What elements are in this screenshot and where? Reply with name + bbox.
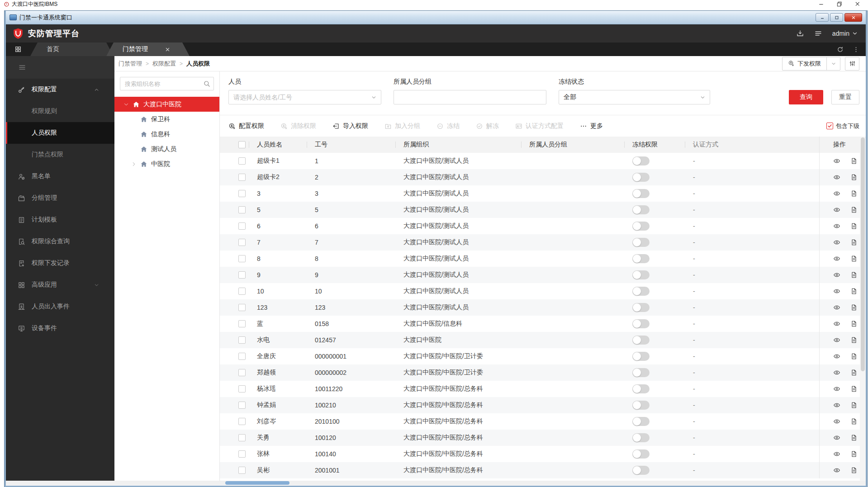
tab-home[interactable]: 首页 xyxy=(30,43,114,56)
document-record-icon[interactable] xyxy=(850,402,858,409)
scrollbar-thumb[interactable] xyxy=(861,137,865,371)
tree-node-1[interactable]: 保卫科 xyxy=(114,112,219,127)
freeze-toggle-off[interactable] xyxy=(632,384,650,393)
search-button[interactable]: 查询 xyxy=(789,90,823,104)
sidebar-item-person-access-events[interactable]: 人员出入事件 xyxy=(6,296,114,317)
refresh-icon[interactable] xyxy=(837,46,844,53)
row-checkbox[interactable] xyxy=(238,288,246,295)
sidebar-item-person-permission[interactable]: 人员权限 xyxy=(6,122,114,144)
freeze-status-select[interactable]: 全部 xyxy=(559,90,710,104)
freeze-toggle-off[interactable] xyxy=(632,287,650,296)
row-checkbox[interactable] xyxy=(238,385,246,392)
row-checkbox[interactable] xyxy=(238,271,246,279)
row-checkbox[interactable] xyxy=(238,402,246,409)
document-record-icon[interactable] xyxy=(850,222,858,230)
view-details-icon[interactable] xyxy=(833,304,840,311)
freeze-toggle-off[interactable] xyxy=(632,205,650,214)
document-record-icon[interactable] xyxy=(850,157,858,165)
row-checkbox[interactable] xyxy=(238,369,246,376)
view-details-icon[interactable] xyxy=(833,434,840,441)
user-menu[interactable]: admin xyxy=(832,30,858,37)
freeze-toggle-off[interactable] xyxy=(632,254,650,263)
freeze-toggle-off[interactable] xyxy=(632,222,650,231)
group-filter-input[interactable] xyxy=(398,94,541,101)
view-details-icon[interactable] xyxy=(833,320,840,327)
document-record-icon[interactable] xyxy=(850,385,858,392)
tab-access-control[interactable]: 门禁管理 xyxy=(106,43,190,56)
row-checkbox[interactable] xyxy=(238,418,246,425)
org-search-input[interactable] xyxy=(120,77,214,90)
view-details-icon[interactable] xyxy=(833,174,840,181)
sidebar-collapse-button[interactable] xyxy=(6,56,114,79)
freeze-toggle-off[interactable] xyxy=(632,303,650,312)
row-checkbox[interactable] xyxy=(238,255,246,262)
sidebar-item-permission-query[interactable]: 权限综合查询 xyxy=(6,231,114,252)
row-checkbox[interactable] xyxy=(238,336,246,344)
document-record-icon[interactable] xyxy=(850,418,858,425)
person-select[interactable] xyxy=(228,90,381,104)
toolbar-button-more[interactable]: 更多 xyxy=(580,122,603,130)
row-checkbox[interactable] xyxy=(238,239,246,246)
tree-node-0[interactable]: 大渡口中医院 xyxy=(114,97,219,112)
sidebar-item-door-permission[interactable]: 门禁点权限 xyxy=(6,144,114,165)
freeze-toggle-off[interactable] xyxy=(632,449,650,459)
document-record-icon[interactable] xyxy=(850,288,858,295)
sidebar-item-device-events[interactable]: 设备事件 xyxy=(6,317,114,339)
os-minimize-button[interactable] xyxy=(818,1,825,7)
sidebar-item-permission-config[interactable]: 权限配置 xyxy=(6,79,114,100)
breadcrumb-item[interactable]: 权限配置 xyxy=(152,60,176,68)
view-details-icon[interactable] xyxy=(833,239,840,246)
freeze-toggle-off[interactable] xyxy=(632,238,650,247)
view-details-icon[interactable] xyxy=(833,336,840,344)
window-maximize-button[interactable] xyxy=(830,13,843,22)
row-checkbox[interactable] xyxy=(238,434,246,441)
sidebar-item-permission-rules[interactable]: 权限规则 xyxy=(6,100,114,122)
freeze-toggle-off[interactable] xyxy=(632,336,650,345)
view-details-icon[interactable] xyxy=(833,271,840,279)
view-details-icon[interactable] xyxy=(833,288,840,295)
window-close-button[interactable] xyxy=(844,13,862,22)
scrollbar-thumb[interactable] xyxy=(225,481,290,485)
view-details-icon[interactable] xyxy=(833,353,840,360)
document-record-icon[interactable] xyxy=(850,467,858,474)
row-checkbox[interactable] xyxy=(238,174,246,181)
kebab-menu-icon[interactable] xyxy=(853,46,859,53)
tree-node-4[interactable]: 中医院 xyxy=(114,156,219,171)
app-grid-icon[interactable] xyxy=(6,43,30,56)
view-details-icon[interactable] xyxy=(833,255,840,262)
toolbar-button-config-permission[interactable]: 配置权限 xyxy=(228,122,264,130)
sidebar-item-permission-dispatch-record[interactable]: 权限下发记录 xyxy=(6,252,114,274)
sidebar-item-blacklist[interactable]: 黑名单 xyxy=(6,165,114,187)
row-checkbox[interactable] xyxy=(238,353,246,360)
sidebar-item-group-management[interactable]: 分组管理 xyxy=(6,187,114,209)
view-details-icon[interactable] xyxy=(833,402,840,409)
breadcrumb-item[interactable]: 门禁管理 xyxy=(119,60,142,68)
document-record-icon[interactable] xyxy=(850,239,858,246)
select-all-checkbox[interactable] xyxy=(238,141,246,148)
row-checkbox[interactable] xyxy=(238,467,246,474)
message-list-icon[interactable] xyxy=(814,29,822,38)
include-sublevel-checkbox[interactable]: 包含下级 xyxy=(826,122,859,130)
freeze-toggle-off[interactable] xyxy=(632,417,650,426)
tree-node-2[interactable]: 信息科 xyxy=(114,127,219,142)
document-record-icon[interactable] xyxy=(850,353,858,360)
freeze-toggle-off[interactable] xyxy=(632,433,650,442)
document-record-icon[interactable] xyxy=(850,190,858,197)
reset-button[interactable]: 重置 xyxy=(831,90,859,104)
row-checkbox[interactable] xyxy=(238,190,246,197)
document-record-icon[interactable] xyxy=(850,174,858,181)
freeze-toggle-off[interactable] xyxy=(632,270,650,279)
view-details-icon[interactable] xyxy=(833,450,840,458)
window-minimize-button[interactable] xyxy=(816,13,829,22)
view-details-icon[interactable] xyxy=(833,385,840,392)
row-checkbox[interactable] xyxy=(238,222,246,230)
tab-close-icon[interactable] xyxy=(165,47,170,52)
freeze-toggle-off[interactable] xyxy=(632,352,650,361)
freeze-toggle-off[interactable] xyxy=(632,319,650,328)
dispatch-dropdown-arrow[interactable] xyxy=(826,57,840,70)
freeze-toggle-off[interactable] xyxy=(632,401,650,410)
document-record-icon[interactable] xyxy=(850,336,858,344)
freeze-toggle-off[interactable] xyxy=(632,368,650,377)
vertical-scrollbar[interactable] xyxy=(860,137,866,481)
document-record-icon[interactable] xyxy=(850,450,858,458)
